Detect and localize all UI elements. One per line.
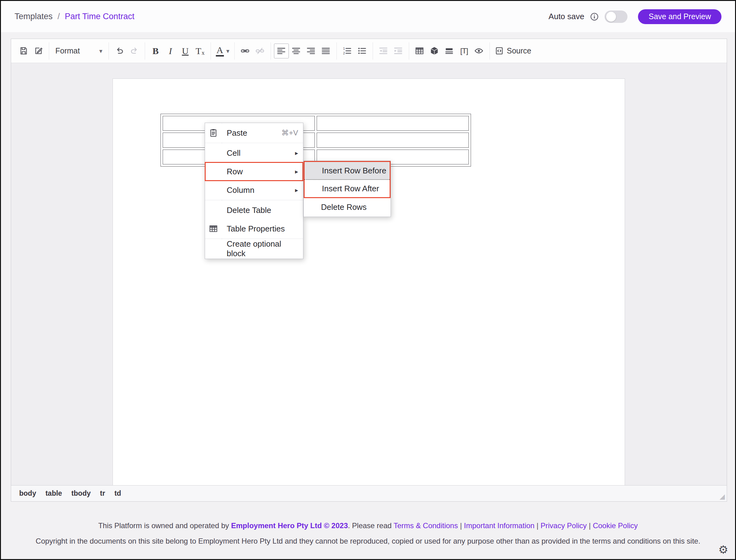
settings-gear-icon[interactable]: ⚙ bbox=[718, 544, 728, 555]
italic-icon: I bbox=[169, 46, 172, 56]
context-menu-item-cell[interactable]: Cell ▸ bbox=[205, 144, 303, 162]
document-area bbox=[11, 63, 727, 485]
toolbar-separator bbox=[409, 42, 409, 60]
preview-eye-icon[interactable] bbox=[472, 44, 487, 58]
source-code-icon bbox=[495, 46, 504, 55]
menu-item-label: Column bbox=[227, 185, 254, 195]
highlight-box: Insert Row Before Insert Row After bbox=[304, 161, 391, 198]
save-icon[interactable] bbox=[16, 44, 31, 58]
footer-separator: | bbox=[587, 521, 593, 530]
breadcrumb-current-page: Part Time Contract bbox=[65, 12, 134, 21]
submenu-arrow-icon: ▸ bbox=[295, 168, 298, 175]
editor-toolbar: Format ▾ B I U Tx A ▾ bbox=[11, 39, 727, 63]
horizontal-rule-icon[interactable] bbox=[442, 44, 457, 58]
text-block-glyph: [T] bbox=[460, 47, 468, 55]
source-button[interactable]: Source bbox=[493, 44, 533, 58]
save-and-preview-button[interactable]: Save and Preview bbox=[638, 9, 721, 24]
editor-frame: Format ▾ B I U Tx A ▾ bbox=[11, 39, 727, 502]
row-submenu: Insert Row Before Insert Row After Delet… bbox=[303, 161, 391, 217]
document-page[interactable] bbox=[113, 78, 625, 485]
context-menu-item-row[interactable]: Row ▸ bbox=[205, 162, 303, 181]
path-element-tr[interactable]: tr bbox=[100, 489, 105, 498]
footer-line1: This Platform is owned and operated by E… bbox=[16, 521, 720, 530]
table-properties-icon bbox=[208, 224, 218, 234]
new-page-icon[interactable] bbox=[31, 44, 46, 58]
justify-button[interactable] bbox=[318, 44, 333, 58]
context-menu-item-paste[interactable]: Paste ⌘+V bbox=[205, 124, 303, 142]
context-menu: Paste ⌘+V Cell ▸ Row ▸ Column ▸ Delete T… bbox=[205, 123, 303, 259]
text-color-icon: A bbox=[216, 45, 224, 57]
format-dropdown[interactable]: Format ▾ bbox=[52, 44, 105, 58]
toolbar-separator bbox=[490, 42, 490, 60]
toolbar-separator bbox=[373, 42, 373, 60]
chevron-down-icon: ▾ bbox=[99, 47, 102, 55]
table-cell[interactable] bbox=[317, 116, 469, 131]
footer-separator: | bbox=[458, 521, 464, 530]
undo-icon[interactable] bbox=[112, 44, 127, 58]
align-left-button[interactable] bbox=[274, 44, 289, 58]
context-menu-item-delete-table[interactable]: Delete Table bbox=[205, 201, 303, 219]
page: { "colors": { "accent": "#7127e0", "high… bbox=[0, 0, 736, 560]
menu-item-label: Delete Rows bbox=[321, 202, 366, 212]
path-element-table[interactable]: table bbox=[45, 489, 62, 498]
unlink-icon[interactable] bbox=[253, 44, 267, 58]
italic-button[interactable]: I bbox=[163, 44, 178, 58]
toolbar-separator bbox=[210, 42, 211, 60]
path-element-tbody[interactable]: tbody bbox=[71, 489, 91, 498]
insert-table-icon[interactable] bbox=[412, 44, 427, 58]
block-cube-icon[interactable] bbox=[427, 44, 442, 58]
bold-button[interactable]: B bbox=[148, 44, 163, 58]
menu-item-label: Table Properties bbox=[227, 224, 285, 234]
paste-icon bbox=[208, 128, 218, 138]
footer-link-company[interactable]: Employment Hero Pty Ltd © 2023 bbox=[231, 521, 348, 530]
bullet-list-icon[interactable] bbox=[355, 44, 370, 58]
increase-indent-icon[interactable] bbox=[391, 44, 406, 58]
resize-handle-icon[interactable]: ◢ bbox=[720, 493, 725, 501]
autosave-toggle[interactable] bbox=[605, 11, 628, 23]
context-menu-item-table-properties[interactable]: Table Properties bbox=[205, 219, 303, 238]
info-icon[interactable] bbox=[590, 12, 599, 21]
remove-format-button[interactable]: Tx bbox=[193, 44, 207, 58]
decrease-indent-icon[interactable] bbox=[376, 44, 391, 58]
submenu-item-insert-row-before[interactable]: Insert Row Before bbox=[304, 162, 390, 179]
breadcrumb-separator: / bbox=[57, 12, 60, 21]
underline-icon: U bbox=[182, 46, 189, 56]
submenu-item-insert-row-after[interactable]: Insert Row After bbox=[304, 180, 390, 197]
menu-item-label: Create optional block bbox=[227, 239, 298, 258]
footer-link-important-information[interactable]: Important Information bbox=[464, 521, 534, 530]
context-menu-item-create-optional-block[interactable]: Create optional block bbox=[205, 240, 303, 258]
align-right-button[interactable] bbox=[304, 44, 318, 58]
text-color-button[interactable]: A ▾ bbox=[214, 44, 231, 58]
link-icon[interactable] bbox=[238, 44, 253, 58]
chevron-down-icon: ▾ bbox=[226, 47, 229, 55]
shortcut-label: ⌘+V bbox=[281, 129, 298, 137]
submenu-arrow-icon: ▸ bbox=[295, 186, 298, 194]
footer-link-privacy-policy[interactable]: Privacy Policy bbox=[541, 521, 587, 530]
svg-text:2: 2 bbox=[343, 52, 345, 55]
breadcrumb: Templates / Part Time Contract bbox=[15, 12, 134, 21]
menu-item-label: Paste bbox=[227, 128, 247, 138]
toolbar-separator bbox=[336, 42, 337, 60]
header-actions: Auto save Save and Preview bbox=[549, 9, 721, 24]
bold-icon: B bbox=[152, 46, 159, 56]
footer-line2: Copyright in the documents on this site … bbox=[16, 537, 720, 545]
submenu-item-delete-rows[interactable]: Delete Rows bbox=[304, 198, 391, 216]
path-element-body[interactable]: body bbox=[19, 489, 36, 498]
path-element-td[interactable]: td bbox=[114, 489, 121, 498]
menu-item-label: Delete Table bbox=[227, 206, 271, 215]
context-menu-item-column[interactable]: Column ▸ bbox=[205, 181, 303, 199]
underline-button[interactable]: U bbox=[178, 44, 193, 58]
breadcrumb-templates-link[interactable]: Templates bbox=[15, 12, 53, 21]
menu-item-label: Insert Row After bbox=[322, 184, 379, 193]
table-cell[interactable] bbox=[317, 133, 469, 147]
footer-link-terms-and-conditions[interactable]: Terms & Conditions bbox=[394, 521, 458, 530]
text-block-icon[interactable]: [T] bbox=[457, 44, 472, 58]
footer-link-cookie-policy[interactable]: Cookie Policy bbox=[593, 521, 638, 530]
source-label: Source bbox=[507, 46, 531, 55]
redo-icon[interactable] bbox=[127, 44, 142, 58]
align-center-button[interactable] bbox=[289, 44, 304, 58]
footer-separator: | bbox=[534, 521, 541, 530]
toggle-knob bbox=[606, 12, 616, 22]
menu-separator bbox=[205, 200, 303, 200]
numbered-list-icon[interactable]: 12 bbox=[340, 44, 355, 58]
